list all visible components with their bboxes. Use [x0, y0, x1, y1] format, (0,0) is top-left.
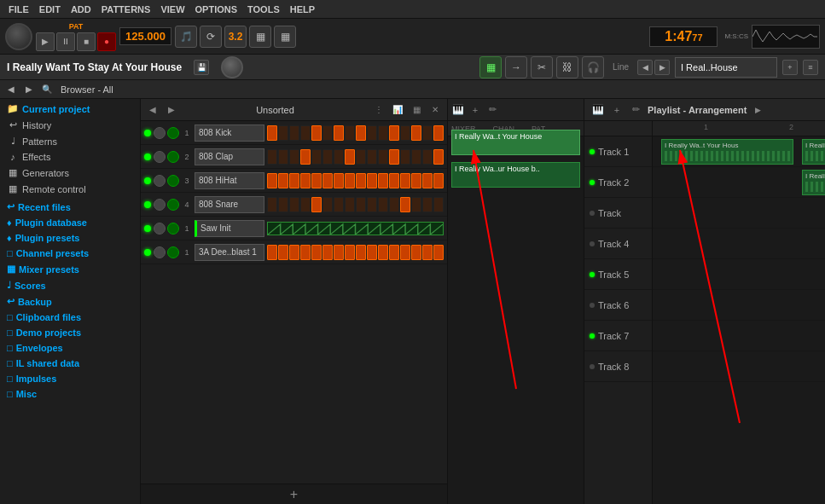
step-1-13[interactable]	[400, 125, 410, 141]
step-2-2[interactable]	[278, 149, 288, 165]
step-1-16[interactable]	[433, 125, 444, 141]
step-4-1[interactable]	[267, 197, 277, 212]
solo-btn-6[interactable]	[167, 246, 179, 258]
step-4-9[interactable]	[356, 197, 366, 212]
step-2-8[interactable]	[345, 149, 355, 165]
pl-pattern-block-1a[interactable]: I Really Wa..t Your Hous	[661, 139, 793, 165]
mixer-icon[interactable]: ▦	[479, 56, 502, 78]
master-volume-knob[interactable]	[5, 23, 32, 50]
step-6-1[interactable]	[267, 245, 277, 260]
pattern-add-btn[interactable]: +	[782, 60, 798, 75]
step-1-1[interactable]	[267, 125, 277, 141]
sidebar-envelopes[interactable]: □ Envelopes	[0, 340, 140, 356]
metronome-icon[interactable]: 🎵	[175, 26, 197, 48]
step-4-8[interactable]	[345, 197, 355, 212]
step-1-11[interactable]	[378, 125, 388, 141]
pl-pattern-block-2a[interactable]: I Really Want To Stay At Your H	[802, 170, 825, 195]
mute-btn-1[interactable]	[154, 127, 166, 139]
step-6-13[interactable]	[400, 245, 410, 260]
step-6-4[interactable]	[300, 245, 311, 260]
step-6-16[interactable]	[433, 245, 444, 260]
playlist-pencil-icon[interactable]: ✏	[629, 103, 642, 117]
mute-btn-4[interactable]	[154, 199, 166, 211]
menu-item-add[interactable]: ADD	[66, 4, 96, 14]
step-3-5[interactable]	[311, 173, 322, 188]
step-1-14[interactable]	[411, 125, 421, 141]
stop-button[interactable]: ■	[77, 32, 96, 51]
sidebar-item-history[interactable]: ↩ History	[0, 117, 140, 133]
step-2-7[interactable]	[334, 149, 344, 165]
step-2-15[interactable]	[422, 149, 433, 165]
step-3-9[interactable]	[356, 173, 366, 188]
step-6-7[interactable]	[334, 245, 344, 260]
step-2-6[interactable]	[322, 149, 333, 165]
seq-grid-icon[interactable]: ▦	[410, 103, 423, 117]
step-2-4[interactable]	[300, 149, 311, 165]
mute-btn-3[interactable]	[154, 175, 166, 187]
step-3-8[interactable]	[345, 173, 355, 188]
step-4-10[interactable]	[367, 197, 377, 212]
sidebar-scores[interactable]: ♩ Scores	[0, 277, 140, 293]
sidebar-il-shared-data[interactable]: □ IL shared data	[0, 356, 140, 371]
menu-item-patterns[interactable]: PATTERNS	[96, 4, 156, 14]
step-3-6[interactable]	[322, 173, 333, 188]
playlist-add-icon[interactable]: +	[610, 103, 624, 117]
playlist-piano-icon[interactable]: 🎹	[591, 103, 605, 117]
step-6-10[interactable]	[367, 245, 377, 260]
menu-item-edit[interactable]: EDIT	[34, 4, 66, 14]
step-6-6[interactable]	[322, 245, 333, 260]
bar2-icon[interactable]: ▦	[274, 26, 296, 48]
headphone-icon[interactable]: 🎧	[582, 56, 604, 78]
step-4-6[interactable]	[322, 197, 333, 212]
pattern-name-field[interactable]: I Real..House	[675, 57, 777, 78]
track-name-808snare[interactable]: 808 Snare	[195, 196, 264, 213]
seq-nav-left[interactable]: ◀	[146, 103, 160, 117]
sidebar-plugin-database[interactable]: ♦ Plugin database	[0, 215, 140, 230]
sidebar-item-remote-control[interactable]: ▦ Remote control	[0, 181, 140, 197]
step-4-5[interactable]	[311, 197, 322, 212]
mute-btn-6[interactable]	[154, 246, 166, 258]
step-6-3[interactable]	[289, 245, 299, 260]
solo-btn-4[interactable]	[167, 199, 179, 211]
step-4-14[interactable]	[411, 197, 421, 212]
step-4-7[interactable]	[334, 197, 344, 212]
step-6-5[interactable]	[311, 245, 322, 260]
step-1-4[interactable]	[300, 125, 311, 141]
step-4-15[interactable]	[422, 197, 433, 212]
step-3-2[interactable]	[278, 173, 288, 188]
step-2-12[interactable]	[389, 149, 399, 165]
sidebar-demo-projects[interactable]: □ Demo projects	[0, 325, 140, 340]
step-3-1[interactable]	[267, 173, 277, 188]
step-1-12[interactable]	[389, 125, 399, 141]
sidebar-channel-presets[interactable]: □ Channel presets	[0, 246, 140, 261]
bar-icon[interactable]: ▦	[249, 26, 271, 48]
step-3-12[interactable]	[389, 173, 399, 188]
preview-pattern-2[interactable]: I Really Wa..ur House b..	[451, 162, 580, 188]
step-1-15[interactable]	[422, 125, 433, 141]
step-2-11[interactable]	[378, 149, 388, 165]
pause-button[interactable]: ⏸	[56, 32, 75, 51]
sidebar-impulses[interactable]: □ Impulses	[0, 371, 140, 386]
track-name-3adeblast[interactable]: 3A Dee..blast 1	[195, 244, 264, 261]
track-name-808hihat[interactable]: 808 HiHat	[195, 172, 264, 189]
line-prev-btn[interactable]: ◀	[637, 60, 653, 75]
step-3-16[interactable]	[433, 173, 444, 188]
step-3-14[interactable]	[411, 173, 421, 188]
cut-icon[interactable]: ✂	[531, 56, 553, 78]
menu-item-tools[interactable]: TOOLS	[242, 4, 285, 14]
chain-icon[interactable]: ⛓	[556, 56, 578, 78]
sidebar-recent-files[interactable]: ↩ Recent files	[0, 199, 140, 215]
sidebar-item-effects[interactable]: ♪ Effects	[0, 149, 140, 165]
sidebar-mixer-presets[interactable]: ▦ Mixer presets	[0, 261, 140, 277]
menu-item-help[interactable]: HELP	[285, 4, 320, 14]
mute-btn-2[interactable]	[154, 151, 166, 163]
track-name-sawinit[interactable]: Saw Init	[195, 220, 264, 237]
pattern-knob[interactable]	[221, 56, 243, 78]
step-2-1[interactable]	[267, 149, 277, 165]
step-3-15[interactable]	[422, 173, 433, 188]
step-1-6[interactable]	[322, 125, 333, 141]
solo-btn-3[interactable]	[167, 175, 179, 187]
solo-btn-1[interactable]	[167, 127, 179, 139]
sidebar-item-patterns[interactable]: ♩ Patterns	[0, 133, 140, 149]
step-1-8[interactable]	[345, 125, 355, 141]
